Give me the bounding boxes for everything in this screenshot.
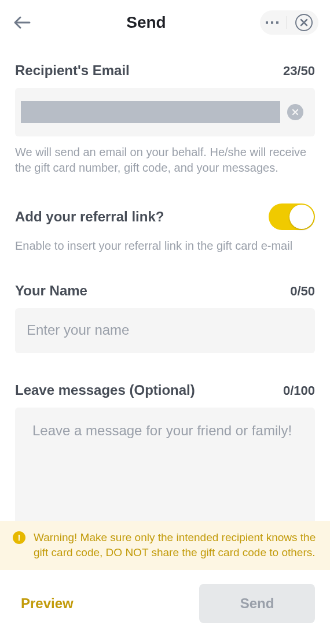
warning-icon: !	[13, 531, 25, 544]
referral-helper-text: Enable to insert your referral link in t…	[15, 238, 315, 254]
name-counter: 0/50	[290, 284, 315, 299]
more-icon[interactable]	[266, 20, 278, 25]
header-actions	[260, 10, 318, 35]
svg-rect-2	[276, 21, 278, 24]
email-helper-text: We will send an email on your behalf. He…	[15, 145, 315, 176]
message-input[interactable]: Leave a message for your friend or famil…	[15, 408, 315, 521]
warning-text: Warning! Make sure only the intended rec…	[34, 530, 317, 561]
svg-rect-1	[271, 21, 273, 24]
email-label: Recipient's Email	[15, 62, 130, 79]
name-label: Your Name	[15, 283, 87, 299]
clear-email-button[interactable]	[287, 104, 303, 120]
page-title: Send	[126, 13, 166, 32]
referral-label: Add your referral link?	[15, 209, 164, 225]
toggle-knob	[289, 205, 314, 229]
back-button[interactable]	[12, 12, 32, 33]
email-counter: 23/50	[283, 64, 315, 79]
message-label: Leave messages (Optional)	[15, 382, 195, 398]
referral-toggle[interactable]	[269, 203, 315, 230]
close-button[interactable]	[295, 14, 313, 31]
warning-banner: ! Warning! Make sure only the intended r…	[0, 521, 330, 570]
svg-rect-0	[266, 21, 268, 24]
message-counter: 0/100	[283, 383, 315, 398]
email-input[interactable]	[15, 88, 315, 136]
name-input[interactable]: Enter your name	[15, 308, 315, 353]
send-button[interactable]: Send	[199, 584, 315, 623]
preview-button[interactable]: Preview	[15, 587, 79, 620]
header-divider	[287, 16, 287, 29]
email-value-redacted	[21, 101, 280, 123]
